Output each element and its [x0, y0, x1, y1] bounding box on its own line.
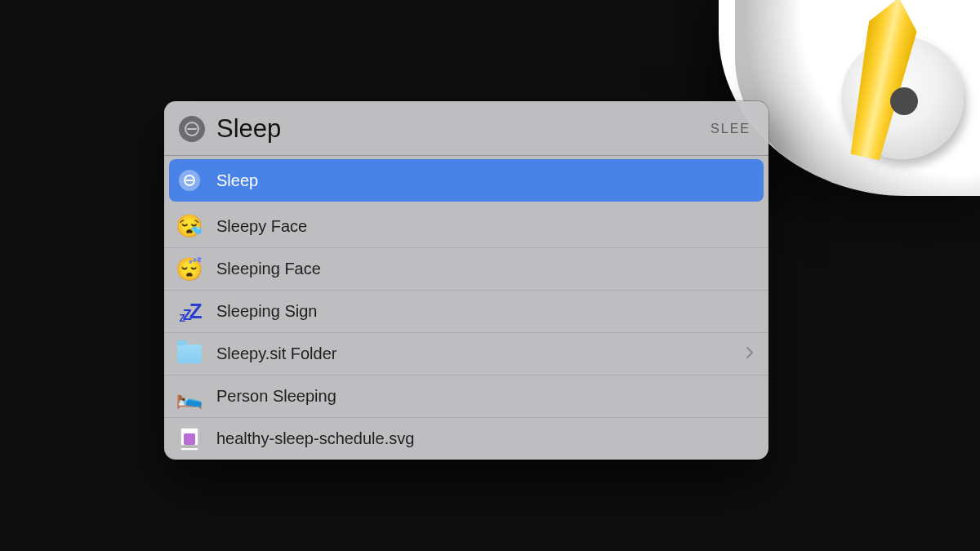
result-label: Sleepy Face — [216, 217, 754, 236]
search-input[interactable]: Sleep — [216, 114, 281, 144]
result-label: Sleep — [216, 171, 754, 190]
search-panel: Sleep SLEE Sleep 😪 Sleepy Face 😴 Sleepin… — [164, 101, 768, 460]
result-item[interactable]: 😪 Sleepy Face — [164, 205, 768, 247]
app-logo — [808, 12, 956, 159]
result-label: Sleeping Face — [216, 260, 754, 278]
zzz-icon: ZZZ — [176, 298, 203, 326]
result-item[interactable]: healthy-sleep-schedule.svg — [164, 417, 768, 460]
result-label: Sleeping Sign — [216, 302, 754, 321]
result-label: healthy-sleep-schedule.svg — [216, 429, 754, 448]
result-item[interactable]: Sleepy.sit Folder — [164, 332, 768, 375]
svg-file-icon — [176, 425, 203, 453]
folder-icon — [176, 340, 203, 368]
result-item[interactable]: Sleep — [169, 159, 764, 202]
sleepy-face-emoji-icon: 😪 — [176, 212, 203, 240]
result-label: Person Sleeping — [216, 387, 754, 406]
logo-disc-hole — [890, 87, 918, 115]
search-header: Sleep SLEE — [164, 101, 768, 156]
chevron-right-icon — [746, 345, 754, 362]
person-in-bed-emoji-icon: 🛌 — [176, 383, 203, 411]
result-label: Sleepy.sit Folder — [216, 344, 733, 363]
search-shortcut-hint: SLEE — [710, 122, 751, 136]
do-not-disturb-icon — [179, 116, 205, 142]
do-not-disturb-icon — [176, 167, 203, 194]
result-item[interactable]: 😴 Sleeping Face — [164, 247, 768, 290]
sleeping-face-emoji-icon: 😴 — [176, 256, 203, 283]
result-item[interactable]: ZZZ Sleeping Sign — [164, 290, 768, 332]
results-list: Sleep 😪 Sleepy Face 😴 Sleeping Face ZZZ … — [164, 159, 768, 460]
result-item[interactable]: 🛌 Person Sleeping — [164, 375, 768, 417]
